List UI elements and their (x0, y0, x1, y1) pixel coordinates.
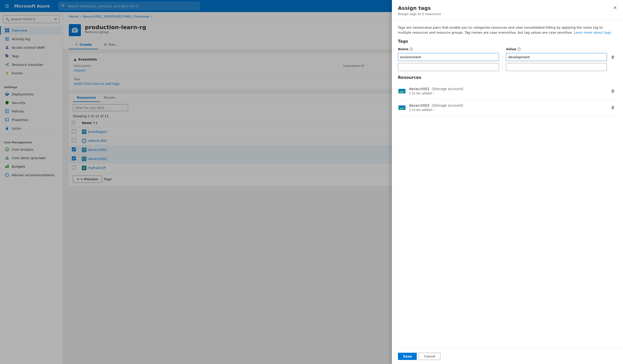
resource0-info-icon[interactable]: i (433, 91, 434, 95)
resource-item-info-0: devacct001 (Storage account) 1 to be add… (409, 87, 606, 95)
resource1-info-icon[interactable]: i (433, 108, 434, 112)
panel-close-btn[interactable]: ✕ (612, 4, 618, 11)
tag1-name-input[interactable] (398, 53, 499, 61)
learn-more-link[interactable]: Learn more about tags (574, 31, 611, 34)
name-info-icon[interactable]: i (409, 47, 413, 51)
svg-rect-41 (399, 91, 404, 92)
assign-tags-panel: Assign tags Assign tags to 2 resources ✕… (392, 0, 623, 364)
resource-item-icon-0 (398, 87, 406, 95)
tags-grid: Name i Value i : 🗑 : (398, 47, 617, 71)
panel-title: Assign tags (398, 5, 617, 11)
svg-rect-44 (398, 105, 405, 107)
resource-item-icon-1 (398, 103, 406, 111)
panel-description: Tags are name/value pairs that enable yo… (398, 25, 617, 35)
tag1-separator: : (501, 55, 504, 59)
value-info-icon[interactable]: i (517, 47, 521, 51)
tags-section-label: Tags (398, 39, 617, 44)
tag2-separator: : (501, 65, 504, 69)
panel-header: Assign tags Assign tags to 2 resources ✕ (392, 0, 623, 20)
panel-subtitle: Assign tags to 2 resources (398, 12, 617, 16)
resource-item-devacct002: devacct002 (Storage account) 1 to be add… (398, 99, 617, 116)
value-col-header: Value i (506, 47, 607, 51)
panel-body: Tags are name/value pairs that enable yo… (392, 20, 623, 348)
resource1-delete-btn[interactable]: 🗑 (609, 103, 617, 111)
svg-rect-40 (398, 89, 405, 90)
resource-item-devacct001: devacct001 (Storage account) 1 to be add… (398, 83, 617, 99)
tag2-name-input[interactable] (398, 63, 499, 71)
tag2-value-input[interactable] (506, 63, 607, 71)
resource-item-name-1: devacct002 (Storage account) (409, 103, 606, 107)
svg-rect-42 (399, 92, 403, 93)
svg-rect-45 (399, 108, 404, 108)
resource0-delete-btn[interactable]: 🗑 (609, 87, 617, 95)
resource-item-status-1: 1 to be added i (409, 108, 606, 112)
resource-item-status-0: 1 to be added i (409, 91, 606, 95)
tag1-delete-btn[interactable]: 🗑 (609, 53, 617, 61)
name-col-header: Name i (398, 47, 499, 51)
cancel-button[interactable]: Cancel (419, 353, 440, 360)
save-button[interactable]: Save (398, 353, 417, 360)
resource-item-name-0: devacct001 (Storage account) (409, 87, 606, 91)
tag1-value-input[interactable] (506, 53, 607, 61)
svg-rect-46 (399, 109, 403, 109)
resource-item-info-1: devacct002 (Storage account) 1 to be add… (409, 103, 606, 112)
resources-section-label: Resources (398, 75, 617, 80)
panel-footer: Save Cancel (392, 348, 623, 364)
